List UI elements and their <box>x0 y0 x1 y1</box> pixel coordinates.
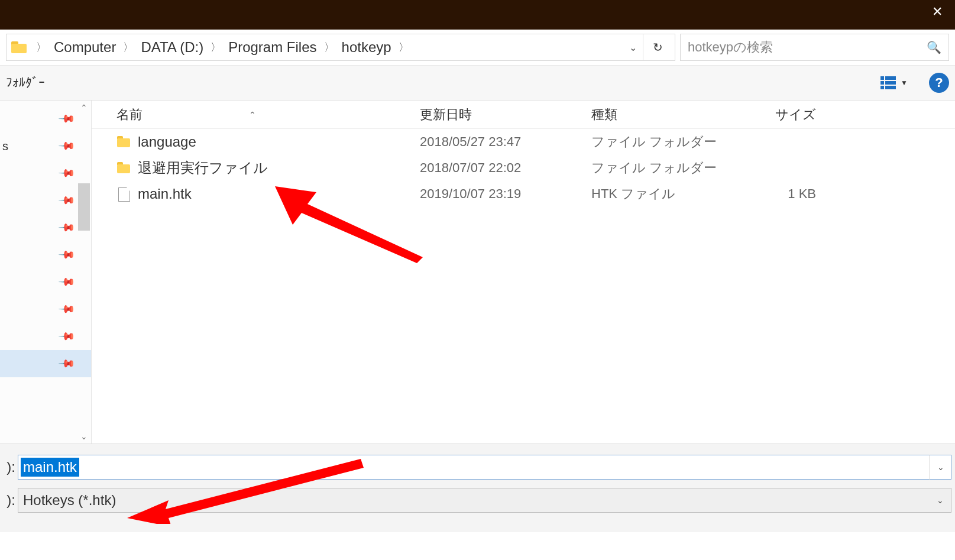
column-name[interactable]: 名前 ⌃ <box>92 106 420 124</box>
filename-combobox[interactable]: main.htk ⌄ <box>18 455 951 480</box>
file-icon <box>116 186 132 202</box>
file-name: 退避用実行ファイル <box>138 158 268 177</box>
view-mode-button[interactable]: ▼ <box>876 74 912 92</box>
chevron-right-icon: 〉 <box>321 40 338 54</box>
filename-value: main.htk <box>21 458 79 477</box>
address-history-dropdown[interactable]: ⌄ <box>623 42 643 53</box>
nav-bar: 〉 Computer 〉 DATA (D:) 〉 Program Files 〉… <box>0 30 955 65</box>
main-area: ⌃ 📌s📌📌📌📌📌📌📌📌📌 ⌄ 名前 ⌃ 更新日時 種類 サイズ languag… <box>0 101 955 444</box>
column-name-label: 名前 <box>116 106 143 124</box>
scroll-up-button[interactable]: ⌃ <box>78 102 90 114</box>
sidebar-pin[interactable]: 📌 <box>0 241 91 268</box>
sort-indicator-icon: ⌃ <box>249 110 256 119</box>
file-date: 2018/05/27 23:47 <box>420 134 591 150</box>
tool-strip: ﾌｫﾙﾀﾞｰ ▼ ? <box>0 65 955 101</box>
refresh-button[interactable]: ↻ <box>643 34 672 60</box>
pin-icon: 📌 <box>57 327 76 345</box>
sidebar-pin[interactable]: s📌 <box>0 132 91 160</box>
sidebar-pin[interactable]: 📌 <box>0 214 91 241</box>
filetype-row: ): Hotkeys (*.htk) ⌄ <box>0 488 955 513</box>
filename-row: ): main.htk ⌄ <box>0 455 955 480</box>
file-size: 1 KB <box>733 186 828 202</box>
sidebar-pin[interactable]: 📌 <box>0 105 91 132</box>
file-row[interactable]: main.htk2019/10/07 23:19HTK ファイル1 KB <box>92 181 955 207</box>
sidebar-pin[interactable]: 📌 <box>0 323 91 350</box>
breadcrumb-program-files[interactable]: Program Files <box>225 39 320 56</box>
filetype-dropdown[interactable]: ⌄ <box>930 488 951 512</box>
sidebar-pin-label: s <box>0 140 60 153</box>
chevron-right-icon: 〉 <box>33 40 50 54</box>
pin-icon: 📌 <box>57 109 76 128</box>
file-pane: 名前 ⌃ 更新日時 種類 サイズ language2018/05/27 23:4… <box>92 101 955 444</box>
filename-dropdown[interactable]: ⌄ <box>930 455 951 480</box>
search-icon: 🔍 <box>927 40 941 54</box>
breadcrumb-computer[interactable]: Computer <box>50 39 119 56</box>
file-name: language <box>138 134 196 150</box>
help-icon: ? <box>935 75 943 90</box>
column-type[interactable]: 種類 <box>591 106 733 124</box>
sidebar-pin[interactable]: 📌 <box>0 350 91 377</box>
breadcrumb-hotkeyp[interactable]: hotkeyp <box>338 39 395 56</box>
sidebar: ⌃ 📌s📌📌📌📌📌📌📌📌📌 ⌄ <box>0 101 92 444</box>
column-size[interactable]: サイズ <box>733 106 828 124</box>
filename-label: ): <box>2 459 18 475</box>
column-headers: 名前 ⌃ 更新日時 種類 サイズ <box>92 101 955 129</box>
pin-icon: 📌 <box>57 354 76 373</box>
breadcrumb-drive[interactable]: DATA (D:) <box>137 39 207 56</box>
folder-icon <box>116 134 132 150</box>
chevron-right-icon: 〉 <box>119 40 137 54</box>
search-box[interactable]: 🔍 <box>680 34 949 61</box>
address-bar[interactable]: 〉 Computer 〉 DATA (D:) 〉 Program Files 〉… <box>6 34 675 61</box>
help-button[interactable]: ? <box>929 73 949 93</box>
chevron-right-icon: 〉 <box>395 40 413 54</box>
scrollbar-thumb[interactable] <box>78 183 90 231</box>
pin-icon: 📌 <box>57 191 76 209</box>
pin-icon: 📌 <box>57 164 76 182</box>
filetype-label: ): <box>2 492 18 509</box>
folder-icon <box>116 160 132 176</box>
sidebar-pin[interactable]: 📌 <box>0 268 91 296</box>
search-input[interactable] <box>688 40 927 55</box>
file-row[interactable]: 退避用実行ファイル2018/07/07 22:02ファイル フォルダー <box>92 155 955 181</box>
file-name: main.htk <box>138 186 192 202</box>
title-bar: ✕ <box>0 0 955 30</box>
toolbar-left-label: ﾌｫﾙﾀﾞｰ <box>6 75 45 90</box>
filetype-value: Hotkeys (*.htk) <box>23 492 116 509</box>
file-row[interactable]: language2018/05/27 23:47ファイル フォルダー <box>92 129 955 155</box>
file-type: ファイル フォルダー <box>591 159 733 177</box>
sidebar-pin[interactable]: 📌 <box>0 160 91 187</box>
folder-icon <box>10 38 29 57</box>
pin-icon: 📌 <box>57 300 76 318</box>
save-panel: ): main.htk ⌄ ): Hotkeys (*.htk) ⌄ <box>0 444 955 532</box>
file-type: ファイル フォルダー <box>591 133 733 151</box>
filetype-combobox[interactable]: Hotkeys (*.htk) ⌄ <box>18 488 951 513</box>
close-icon: ✕ <box>932 4 943 20</box>
sidebar-pin[interactable]: 📌 <box>0 187 91 214</box>
scroll-down-button[interactable]: ⌄ <box>78 430 90 442</box>
pin-icon: 📌 <box>57 245 76 264</box>
sidebar-pin[interactable]: 📌 <box>0 296 91 323</box>
pin-icon: 📌 <box>57 218 76 237</box>
pin-icon: 📌 <box>57 137 76 155</box>
close-button[interactable]: ✕ <box>920 0 955 24</box>
pin-icon: 📌 <box>57 273 76 291</box>
details-view-icon <box>880 76 896 89</box>
column-date[interactable]: 更新日時 <box>420 106 591 124</box>
file-type: HTK ファイル <box>591 185 733 203</box>
chevron-down-icon: ▼ <box>901 79 908 87</box>
file-date: 2018/07/07 22:02 <box>420 160 591 176</box>
file-date: 2019/10/07 23:19 <box>420 186 591 202</box>
chevron-right-icon: 〉 <box>207 40 225 54</box>
